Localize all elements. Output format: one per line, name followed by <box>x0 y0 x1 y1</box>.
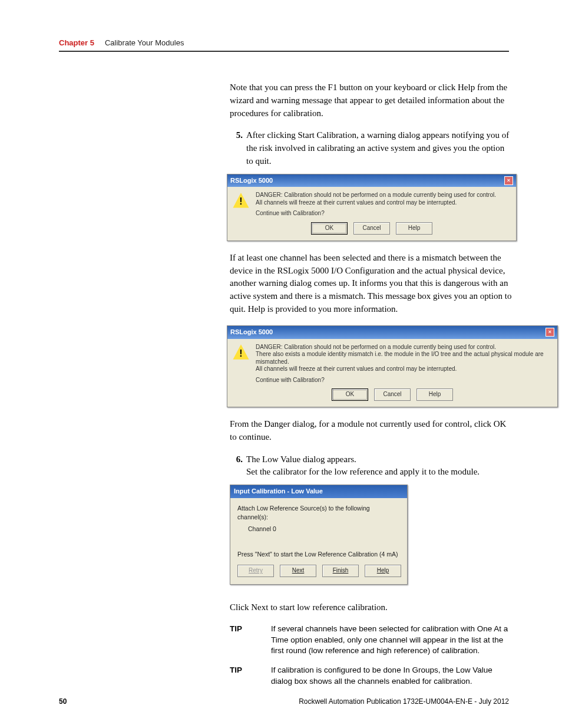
warning-dialog-2: RSLogix 5000 × DANGER: Calibration shoul… <box>227 325 558 407</box>
tip-label: TIP <box>230 665 271 687</box>
help-button[interactable]: Help <box>396 222 432 235</box>
dialog-message: DANGER: Calibration should not be perfor… <box>256 344 553 384</box>
dialog-titlebar: RSLogix 5000 × <box>227 174 516 187</box>
warning-dialog-1: RSLogix 5000 × DANGER: Calibration shoul… <box>227 174 517 241</box>
publication-info: Rockwell Automation Publication 1732E-UM… <box>299 697 509 706</box>
next-button[interactable]: Next <box>280 565 316 577</box>
warning-icon <box>232 344 250 361</box>
retry-button: Retry <box>237 565 274 577</box>
low-value-dialog: Input Calibration - Low Value Attach Low… <box>230 485 408 585</box>
tip-2: TIP If calibration is configured to be d… <box>230 665 513 687</box>
cancel-button[interactable]: Cancel <box>353 222 390 235</box>
step-number: 5. <box>230 129 243 167</box>
step-text: Set the calibrator for the low reference… <box>246 466 513 479</box>
page-number: 50 <box>59 697 67 706</box>
dialog-instruction: Press "Next" to start the Low Reference … <box>237 550 400 559</box>
help-button[interactable]: Help <box>416 388 453 401</box>
step-6: 6. The Low Value dialog appears. Set the… <box>230 453 513 479</box>
channel-label: Channel 0 <box>248 525 400 533</box>
step-number: 6. <box>230 453 243 479</box>
dialog-line: All channels will freeze at their curren… <box>256 199 511 207</box>
dialog-message: DANGER: Calibration should not be perfor… <box>256 192 511 218</box>
header-rule <box>59 51 509 52</box>
tip-label: TIP <box>230 624 271 657</box>
ok-button[interactable]: OK <box>311 222 348 235</box>
close-icon[interactable]: × <box>546 328 554 337</box>
step-5: 5. After clicking Start Calibration, a w… <box>230 129 513 167</box>
ok-button[interactable]: OK <box>332 388 368 401</box>
dialog-line: DANGER: Calibration should not be perfor… <box>256 344 553 351</box>
dialog-prompt: Continue with Calibration? <box>256 377 553 384</box>
paragraph: Click Next to start low reference calibr… <box>230 601 513 614</box>
chapter-label: Chapter 5 <box>59 38 94 47</box>
tip-1: TIP If several channels have been select… <box>230 624 513 657</box>
step-text: The Low Value dialog appears. <box>246 453 513 466</box>
warning-icon <box>232 192 250 209</box>
finish-button[interactable]: Finish <box>322 565 359 577</box>
dialog-titlebar: Input Calibration - Low Value <box>230 485 407 498</box>
step-text: After clicking Start Calibration, a warn… <box>246 129 513 167</box>
chapter-title: Calibrate Your Modules <box>105 38 184 47</box>
help-button[interactable]: Help <box>365 565 401 577</box>
paragraph: From the Danger dialog, for a module not… <box>230 418 513 444</box>
tip-text: If calibration is configured to be done … <box>271 665 513 687</box>
dialog-line: There also exists a module identity mism… <box>256 351 553 365</box>
paragraph: If at least one channel has been selecte… <box>230 252 513 316</box>
dialog-titlebar: RSLogix 5000 × <box>227 326 557 339</box>
dialog-line: DANGER: Calibration should not be perfor… <box>256 192 511 199</box>
dialog-title: RSLogix 5000 <box>230 328 273 337</box>
dialog-label: Attach Low Reference Source(s) to the fo… <box>237 504 400 522</box>
tip-text: If several channels have been selected f… <box>271 624 513 657</box>
close-icon[interactable]: × <box>504 176 513 185</box>
paragraph: Note that you can press the F1 button on… <box>230 81 513 120</box>
dialog-prompt: Continue with Calibration? <box>256 210 511 218</box>
dialog-line: All channels will freeze at their curren… <box>256 365 553 373</box>
dialog-title: RSLogix 5000 <box>230 176 273 186</box>
cancel-button[interactable]: Cancel <box>374 388 411 401</box>
